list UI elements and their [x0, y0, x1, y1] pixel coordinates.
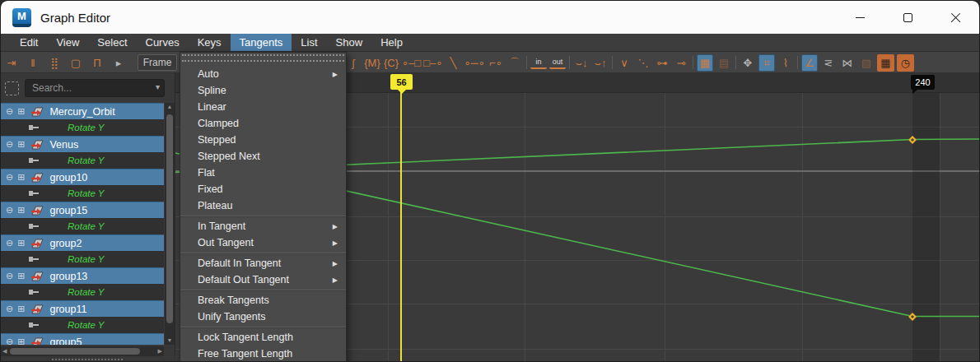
menu-help[interactable]: Help: [371, 34, 412, 51]
expand-icon[interactable]: ⊞: [17, 336, 25, 345]
frame-button[interactable]: Frame: [138, 54, 177, 71]
menu-show[interactable]: Show: [327, 34, 372, 51]
scroll-down-icon[interactable]: ▼: [167, 336, 173, 345]
in-tangent-icon[interactable]: in: [530, 56, 547, 69]
mute-curve-icon[interactable]: {M}: [364, 54, 380, 72]
retime-tool-icon[interactable]: Π: [89, 54, 105, 72]
panel-resize-grip[interactable]: [1, 356, 175, 362]
tangents-stepped[interactable]: Stepped: [180, 132, 346, 148]
time-snap-icon[interactable]: ▦: [697, 54, 713, 72]
clip-curve-icon[interactable]: {C}: [383, 54, 399, 72]
tangents-fixed[interactable]: Fixed: [180, 181, 346, 197]
out-tangent-icon[interactable]: out: [549, 56, 566, 69]
tree-curve-rotate-y[interactable]: ⊖ ⊞ Rotate Y Rotate Y: [1, 284, 164, 300]
tree-node-group13[interactable]: ⊖ ⊞ group13 group13: [1, 267, 164, 284]
current-frame-marker[interactable]: 56: [390, 74, 413, 90]
free-tangent-weight-icon[interactable]: ⊸: [673, 54, 689, 72]
filter-icon[interactable]: [5, 81, 19, 95]
scroll-up-icon[interactable]: ▲: [167, 103, 173, 111]
expand-icon[interactable]: ⊞: [17, 106, 25, 117]
tree-node-mercury-orbit[interactable]: ⊖ ⊞ Mercury_Orbit Mercury_Orbit: [1, 103, 164, 119]
collapse-icon[interactable]: ⊖: [6, 238, 13, 248]
unify-tangents-icon[interactable]: ⋱: [635, 54, 651, 72]
tangents-in-tangent[interactable]: In Tangent ▶: [180, 218, 346, 234]
tree-node-group11[interactable]: ⊖ ⊞ group11 group11: [1, 300, 164, 317]
toolbar-icon[interactable]: [611, 54, 614, 72]
tree-node-group2[interactable]: ⊖ ⊞ group2 group2: [1, 234, 164, 251]
move-nearest-key-icon[interactable]: ⇥: [3, 54, 20, 72]
toolbar-icon[interactable]: [796, 54, 799, 72]
collapse-icon[interactable]: ⊖: [6, 336, 13, 345]
normalized-view-icon[interactable]: ⋜: [820, 54, 837, 72]
value-snap-icon[interactable]: ▤: [716, 54, 732, 72]
toolbar-icon[interactable]: [568, 54, 571, 72]
menu-curves[interactable]: Curves: [137, 34, 189, 51]
menu-tearoff-handle[interactable]: [182, 54, 344, 62]
absolute-view-icon[interactable]: ⌗: [758, 54, 775, 72]
denormalize-view-icon[interactable]: ⋈: [839, 54, 856, 72]
curve-icon[interactable]: ʃ: [345, 54, 362, 72]
tree-curve-rotate-y[interactable]: ⊖ ⊞ Rotate Y Rotate Y: [1, 152, 164, 169]
vertical-scroll-thumb[interactable]: [166, 114, 173, 323]
tree-node-group10[interactable]: ⊖ ⊞ group10 group10: [1, 169, 164, 185]
vertical-scrollbar[interactable]: ▲ ▼: [165, 103, 175, 345]
tree-node-group5[interactable]: ⊖ ⊞ group5 group5: [1, 333, 164, 345]
step-tangent-icon[interactable]: ⌐∘: [488, 54, 504, 72]
tree-curve-rotate-y[interactable]: ⊖ ⊞ Rotate Y Rotate Y: [1, 317, 164, 333]
expand-icon[interactable]: ⊞: [17, 205, 25, 216]
close-button[interactable]: [931, 1, 979, 34]
frame-playback-icon[interactable]: ▸: [110, 54, 127, 72]
horizontal-scroll-thumb[interactable]: [10, 348, 140, 355]
menu-keys[interactable]: Keys: [189, 34, 231, 51]
expand-icon[interactable]: ⊞: [17, 172, 25, 183]
scroll-right-icon[interactable]: ▶: [158, 347, 162, 355]
region-select-icon[interactable]: ▢: [68, 54, 84, 72]
tangents-flat[interactable]: Flat: [180, 165, 346, 181]
horizontal-scrollbar[interactable]: ◀ ▶: [1, 346, 164, 356]
expand-icon[interactable]: ⊞: [17, 139, 25, 150]
menu-list[interactable]: List: [292, 34, 326, 51]
lattice-deform-icon[interactable]: ⣿: [46, 54, 63, 72]
time-editor-icon[interactable]: ◷: [897, 54, 914, 72]
tangents-linear[interactable]: Linear: [180, 99, 346, 115]
tangents-stepped-next[interactable]: Stepped Next: [180, 148, 346, 165]
minimize-button[interactable]: [836, 1, 884, 34]
collapse-icon[interactable]: ⊖: [6, 205, 13, 216]
tangents-out-tangent[interactable]: Out Tangent ▶: [180, 234, 346, 251]
expand-icon[interactable]: ⊞: [17, 271, 25, 281]
maximize-button[interactable]: [884, 1, 931, 34]
tree-node-venus[interactable]: ⊖ ⊞ Venus Venus: [1, 136, 164, 152]
search-input[interactable]: [25, 79, 165, 97]
toolbar-icon[interactable]: [525, 54, 528, 72]
menu-view[interactable]: View: [47, 34, 88, 51]
lock-tangent-weight-icon[interactable]: ⊶: [654, 54, 670, 72]
menu-tangents[interactable]: Tangents: [231, 34, 292, 51]
tangents-spline[interactable]: Spline: [180, 82, 346, 99]
collapse-icon[interactable]: ⊖: [6, 139, 13, 150]
tangents-default-out[interactable]: Default Out Tangent ▶: [180, 272, 346, 288]
scroll-left-icon[interactable]: ◀: [2, 347, 7, 355]
menu-select[interactable]: Select: [88, 34, 136, 51]
tangents-default-in[interactable]: Default In Tangent ▶: [180, 255, 346, 272]
snap-buffer-icon[interactable]: ⌣↑: [592, 54, 609, 72]
untemplate-key-icon[interactable]: □–∘: [423, 54, 442, 72]
tangents-clamped[interactable]: Clamped: [180, 115, 346, 132]
expand-icon[interactable]: ⊞: [17, 238, 25, 248]
tangents-unify[interactable]: Unify Tangents: [180, 309, 346, 325]
tree-curve-rotate-y[interactable]: ⊖ ⊞ Rotate Y Rotate Y: [1, 251, 164, 267]
collapse-icon[interactable]: ⊖: [6, 304, 13, 314]
collapse-icon[interactable]: ⊖: [6, 172, 13, 183]
collapse-icon[interactable]: ⊖: [6, 106, 13, 117]
stacked-view-icon[interactable]: ⌇: [777, 54, 794, 72]
toolbar-icon[interactable]: [692, 54, 694, 72]
tangents-break[interactable]: Break Tangents: [180, 292, 346, 309]
swap-buffer-icon[interactable]: ⌣↓: [573, 54, 590, 72]
tree-curve-rotate-y[interactable]: ⊖ ⊞ Rotate Y Rotate Y: [1, 218, 164, 234]
tangents-plateau[interactable]: Plateau: [180, 197, 346, 214]
tangents-free-length[interactable]: Free Tangent Length: [180, 346, 346, 362]
toolbar-icon[interactable]: [735, 54, 737, 72]
tree-node-group15[interactable]: ⊖ ⊞ group15 group15: [1, 202, 164, 218]
pan-zoom-icon[interactable]: ✥: [740, 54, 756, 72]
plateau-tangent-icon[interactable]: ⌒: [506, 54, 523, 72]
menu-edit[interactable]: Edit: [11, 34, 47, 51]
